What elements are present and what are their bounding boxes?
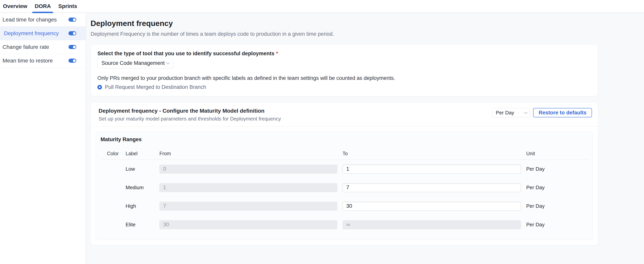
toggle-mean-time-to-restore[interactable] (68, 59, 76, 63)
maturity-ranges-table: Color Label From To Unit Low Per Day (100, 151, 588, 234)
table-row-medium: Medium Per Day (100, 178, 588, 197)
sidebar-item-label: Lead time for changes (2, 17, 57, 23)
tool-select-label-text: Select the type of tool that you use to … (98, 51, 274, 56)
column-header-to: To (342, 151, 526, 156)
table-row-high: High Per Day (100, 197, 588, 215)
sidebar-item-label: Change failure rate (2, 44, 49, 50)
tool-select-label: Select the type of tool that you use to … (98, 50, 591, 57)
unit-select[interactable]: Per Day (492, 108, 530, 117)
maturity-ranges-card: Maturity Ranges Color Label From To Unit… (96, 132, 593, 240)
to-input-elite (342, 220, 521, 229)
range-label: Medium (126, 185, 160, 191)
from-input-medium (160, 183, 337, 192)
from-input-high (160, 202, 337, 211)
maturity-subtitle: Set up your maturity model parameters an… (98, 116, 281, 122)
toggle-lead-time-for-changes[interactable] (68, 17, 76, 22)
metrics-sidebar: Lead time for changes Deployment frequen… (0, 13, 86, 264)
sidebar-item-change-failure-rate[interactable]: Change failure rate (0, 40, 86, 54)
toggle-knob (72, 31, 76, 35)
required-asterisk: * (276, 51, 278, 56)
sidebar-item-lead-time-for-changes[interactable]: Lead time for changes (0, 13, 86, 26)
restore-defaults-button[interactable]: Restore to defaults (533, 108, 592, 117)
sidebar-item-mean-time-to-restore[interactable]: Mean time to restore (0, 54, 86, 68)
toggle-knob (72, 45, 76, 49)
dora-settings-page: Overview DORA Sprints Lead time for chan… (0, 0, 644, 264)
column-header-color: Color (100, 151, 126, 156)
maturity-header-controls: Per Day Restore to defaults (492, 108, 592, 117)
column-header-from: From (160, 151, 342, 156)
toggle-change-failure-rate[interactable] (68, 45, 76, 49)
maturity-header-text: Deployment frequency - Configure the Mat… (98, 108, 281, 122)
table-row-low: Low Per Day (100, 160, 588, 178)
unit-value: Per Day (526, 203, 588, 209)
column-header-unit: Unit (526, 151, 588, 156)
range-label: Low (126, 166, 160, 172)
unit-select-value: Per Day (496, 110, 514, 116)
to-input-low[interactable] (342, 165, 521, 174)
unit-value: Per Day (526, 222, 588, 228)
page-title: Deployment frequency (90, 19, 644, 28)
sidebar-item-label: Mean time to restore (2, 58, 53, 64)
sidebar-item-deployment-frequency[interactable]: Deployment frequency (0, 26, 86, 40)
from-input-low (160, 165, 337, 174)
chevron-down-icon (166, 61, 170, 64)
chevron-down-icon (524, 110, 528, 114)
radio-label: Pull Request Merged to Destination Branc… (105, 84, 206, 90)
panel-divider (91, 126, 598, 127)
to-input-high[interactable] (342, 202, 521, 211)
to-input-medium[interactable] (342, 183, 521, 192)
tool-select[interactable]: Source Code Management (98, 58, 173, 68)
top-tab-bar: Overview DORA Sprints (0, 0, 644, 13)
page-description: Deployment Frequency is the number of ti… (90, 31, 644, 37)
main-content: Deployment frequency Deployment Frequenc… (86, 13, 644, 264)
from-input-elite (160, 220, 337, 229)
toggle-knob (72, 59, 76, 63)
toggle-deployment-frequency[interactable] (68, 31, 76, 35)
toggle-knob (72, 18, 76, 22)
column-header-label: Label (126, 151, 160, 156)
maturity-ranges-title: Maturity Ranges (100, 136, 588, 142)
tab-sprints[interactable]: Sprints (58, 0, 77, 13)
tool-select-value: Source Code Management (102, 60, 165, 66)
unit-value: Per Day (526, 166, 588, 172)
maturity-model-panel: Deployment frequency - Configure the Mat… (90, 102, 598, 245)
deployment-helper-text: Only PRs merged to your production branc… (98, 75, 591, 81)
unit-value: Per Day (526, 185, 588, 191)
maturity-title: Deployment frequency - Configure the Mat… (98, 108, 281, 114)
range-label: High (126, 203, 160, 209)
deployment-tool-card: Select the type of tool that you use to … (90, 44, 598, 96)
range-label: Elite (126, 222, 160, 228)
pr-merged-radio-row[interactable]: Pull Request Merged to Destination Branc… (98, 84, 591, 90)
table-row-elite: Elite Per Day (100, 215, 588, 234)
tab-dora[interactable]: DORA (35, 0, 51, 13)
radio-selected-icon[interactable] (98, 85, 102, 89)
table-header-row: Color Label From To Unit (100, 151, 588, 160)
sidebar-item-label: Deployment frequency (4, 30, 59, 36)
maturity-panel-header: Deployment frequency - Configure the Mat… (91, 108, 598, 122)
tab-overview[interactable]: Overview (3, 0, 28, 13)
